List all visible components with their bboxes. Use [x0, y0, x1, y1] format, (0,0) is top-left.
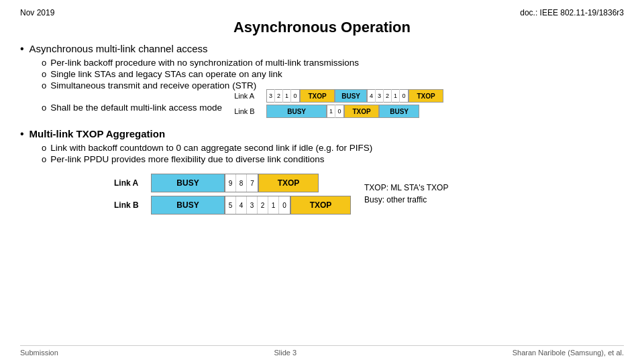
link-a-nums-right: 4 3 2 1 0	[367, 89, 409, 103]
bottom-link-b-busy: BUSY	[151, 196, 225, 215]
footer-right: Sharan Naribole (Samsung), et al.	[513, 349, 624, 357]
sub-bullet-text-1-2: Single link STAs and legacy STAs can ope…	[50, 69, 282, 79]
bottom-diagram-container: Link A BUSY 9 8 7 TXOP Link B BUSY 5 4 3	[60, 170, 624, 218]
txop-note: TXOP: ML STA's TXOP Busy: other traffic	[364, 182, 448, 206]
sub-bullet-1-4: o Shall be the default multi-link access…	[42, 92, 624, 123]
link-b-label: Link B	[234, 107, 266, 115]
link-a-busy-1: BUSY	[335, 89, 367, 103]
date-label: Nov 2019	[20, 8, 54, 17]
bottom-link-b-label: Link B	[114, 200, 151, 210]
sub-bullet-text-1-3: Simultaneous transmit and receive operat…	[50, 80, 256, 90]
sub-bullet-2-2: o Per-link PPDU provides more flexibilit…	[42, 154, 624, 164]
sub-bullet-text-1-4: Shall be the default multi-link access m…	[50, 103, 222, 113]
sub-bullet-o-5: o	[42, 143, 46, 153]
sub-bullets-2: o Link with backoff countdown to 0 can a…	[42, 143, 624, 164]
bullet-dot-2: •	[20, 128, 24, 140]
link-b-nums: 1 0	[327, 105, 344, 118]
bottom-link-b-nums: 5 4 3 2 1 0	[225, 196, 290, 215]
link-b-busy-1: BUSY	[266, 105, 327, 118]
bottom-link-a-busy: BUSY	[151, 174, 225, 192]
bullet-main-1: • Asynchronous multi-link channel access	[20, 43, 624, 55]
slide-page: Nov 2019 doc.: IEEE 802.11-19/1836r3 Asy…	[0, 0, 644, 362]
bullet-dot-1: •	[20, 43, 24, 55]
bullet-section-2: • Multi-link TXOP Aggregation o Link wit…	[20, 128, 624, 164]
link-b-txop: TXOP	[344, 105, 379, 118]
link-b-row: Link B BUSY 1 0 TXOP BUSY	[234, 105, 443, 118]
sub-bullet-1-1: o Per-link backoff procedure with no syn…	[42, 58, 624, 68]
footer-center: Slide 3	[274, 349, 297, 357]
header-row: Nov 2019 doc.: IEEE 802.11-19/1836r3	[20, 8, 624, 17]
sub-bullet-1-2: o Single link STAs and legacy STAs can o…	[42, 69, 624, 79]
slide-title: Asynchronous Operation	[20, 19, 624, 36]
bottom-link-b-txop: TXOP	[290, 196, 351, 215]
bottom-link-a-row: Link A BUSY 9 8 7 TXOP	[114, 174, 351, 192]
bullet-section-1: • Asynchronous multi-link channel access…	[20, 43, 624, 123]
link-a-label: Link A	[234, 92, 266, 100]
sub-bullet-text-2-2: Per-link PPDU provides more flexibility …	[50, 154, 324, 164]
bottom-link-a-nums: 9 8 7	[225, 174, 258, 192]
bottom-link-a-label: Link A	[114, 178, 151, 188]
link-a-txop-2: TXOP	[409, 89, 443, 103]
bullet-main-text-1: Asynchronous multi-link channel access	[30, 43, 208, 54]
txop-note-line2: Busy: other traffic	[364, 194, 448, 206]
sub-bullet-text-2-1: Link with backoff countdown to 0 can agg…	[50, 143, 372, 153]
link-a-row: Link A 3 2 1 0 TXOP BUSY 4	[234, 89, 443, 103]
sub-bullet-text-1-1: Per-link backoff procedure with no synch…	[50, 58, 359, 68]
sub-bullet-2-1: o Link with backoff countdown to 0 can a…	[42, 143, 624, 153]
sub-bullet-o: o	[42, 58, 46, 68]
link-a-nums-left: 3 2 1 0	[266, 89, 300, 103]
inline-diagram: Link A 3 2 1 0 TXOP BUSY 4	[234, 89, 443, 120]
doc-ref-label: doc.: IEEE 802.11-19/1836r3	[520, 8, 624, 17]
footer-left: Submission	[20, 349, 58, 357]
bottom-link-b-row: Link B BUSY 5 4 3 2 1 0 TXOP	[114, 196, 351, 215]
txop-note-line1: TXOP: ML STA's TXOP	[364, 182, 448, 194]
bottom-link-a-txop: TXOP	[258, 174, 319, 192]
sub-bullet-o-6: o	[42, 154, 46, 164]
sub-bullet-o-3: o	[42, 80, 46, 90]
link-a-txop-1: TXOP	[300, 89, 335, 103]
sub-bullet-o-2: o	[42, 69, 46, 79]
sub-bullets-1: o Per-link backoff procedure with no syn…	[42, 58, 624, 123]
bullet-main-text-2: Multi-link TXOP Aggregation	[30, 128, 166, 139]
bullet-main-2: • Multi-link TXOP Aggregation	[20, 128, 624, 140]
bottom-diagram: Link A BUSY 9 8 7 TXOP Link B BUSY 5 4 3	[114, 174, 351, 218]
footer: Submission Slide 3 Sharan Naribole (Sams…	[20, 345, 624, 357]
link-b-busy-2: BUSY	[379, 105, 419, 118]
sub-bullet-o-4: o	[42, 103, 46, 113]
